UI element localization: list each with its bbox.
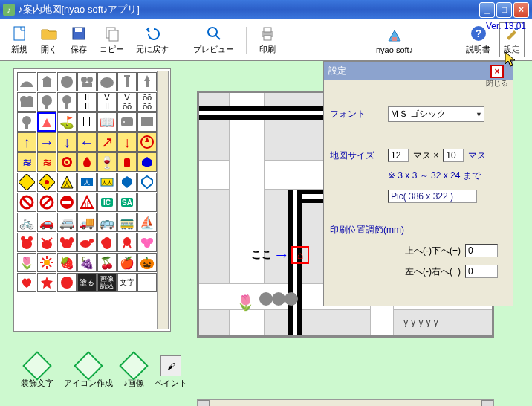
palette-cell[interactable]: ⛵ xyxy=(137,213,157,232)
palette-cell[interactable] xyxy=(17,112,36,132)
mapsize-width-input[interactable] xyxy=(388,149,409,162)
print-voffset-input[interactable] xyxy=(465,244,498,257)
palette-cell[interactable] xyxy=(57,92,77,112)
palette-cell[interactable] xyxy=(57,233,77,252)
palette-cell[interactable]: 🍒 xyxy=(97,253,117,272)
palette-cell[interactable] xyxy=(137,273,157,292)
palette-cell[interactable]: ōōōō xyxy=(137,92,157,112)
palette-cell[interactable]: ↓ xyxy=(117,132,137,152)
palette-cell[interactable] xyxy=(37,273,56,292)
maximize-button[interactable]: □ xyxy=(496,2,512,18)
iconmake-button[interactable]: アイコン作成 xyxy=(64,355,113,389)
palette-cell[interactable] xyxy=(57,152,77,172)
palette-cell[interactable] xyxy=(17,72,36,91)
palette-cell[interactable]: 🚃 xyxy=(117,213,137,232)
palette-cell[interactable] xyxy=(137,173,157,192)
palette-cell[interactable] xyxy=(17,92,36,112)
print-hoffset-input[interactable] xyxy=(465,265,498,278)
palette-cell[interactable] xyxy=(17,273,36,292)
palette-cell[interactable] xyxy=(117,152,137,172)
palette-cell[interactable]: 🌷 xyxy=(17,253,36,272)
palette-cell[interactable]: VII xyxy=(97,92,117,112)
palette-cell[interactable]: 🚲 xyxy=(17,213,36,232)
image-button[interactable]: ♪画像 xyxy=(123,355,144,389)
palette-cell[interactable] xyxy=(117,72,137,91)
map-hscroll[interactable] xyxy=(197,399,494,406)
palette-cell[interactable] xyxy=(37,92,56,112)
palette-cell[interactable]: 🍎 xyxy=(117,253,137,272)
palette-cell[interactable] xyxy=(117,112,137,132)
palette-cell[interactable]: ↑ xyxy=(17,132,36,152)
palette-cell[interactable] xyxy=(137,152,157,172)
palette-cell[interactable]: ↗ xyxy=(97,132,117,152)
palette-cell[interactable] xyxy=(37,233,56,252)
minimize-button[interactable]: _ xyxy=(479,2,495,18)
palette-cell[interactable] xyxy=(137,132,157,152)
palette-cell[interactable]: ← xyxy=(77,132,97,152)
palette-cell[interactable] xyxy=(17,233,36,252)
copy-button[interactable]: コピー xyxy=(97,23,127,57)
palette-cell[interactable] xyxy=(137,233,157,252)
palette-cell[interactable] xyxy=(97,72,117,91)
palette-cell[interactable] xyxy=(37,193,56,212)
palette-cell[interactable] xyxy=(77,233,97,252)
palette-scrollbar[interactable] xyxy=(157,71,169,329)
palette-cell[interactable] xyxy=(57,193,77,212)
palette-cell[interactable] xyxy=(17,173,36,192)
palette-cell[interactable] xyxy=(117,233,137,252)
palette-cell[interactable]: 人人 xyxy=(97,173,117,192)
paint-button[interactable]: 🖌ペイント xyxy=(155,355,187,389)
palette-cell[interactable]: ⛳ xyxy=(57,112,77,132)
palette-cell[interactable]: 🎃 xyxy=(137,253,157,272)
palette-cell[interactable]: SA xyxy=(117,193,137,212)
palette-cell[interactable]: ↓ xyxy=(57,132,77,152)
undo-button[interactable]: 元に戻す xyxy=(133,23,172,57)
palette-cell[interactable] xyxy=(37,173,56,192)
palette-cell[interactable]: 🚐 xyxy=(57,213,77,232)
palette-cell[interactable]: ≋ xyxy=(37,152,56,172)
palette-cell[interactable]: 止 xyxy=(77,193,97,212)
palette-cell[interactable] xyxy=(137,193,157,212)
palette-cell[interactable]: 🚌 xyxy=(97,213,117,232)
palette-cell[interactable]: 🚚 xyxy=(77,213,97,232)
palette-cell[interactable] xyxy=(137,72,157,91)
palette-cell[interactable]: 🍇 xyxy=(77,253,97,272)
palette-cell[interactable]: 🍷 xyxy=(97,152,117,172)
decotext-button[interactable]: 装飾文字 xyxy=(21,355,53,389)
palette-cell[interactable] xyxy=(137,112,157,132)
palette-cell[interactable]: 人 xyxy=(57,173,77,192)
palette-cell[interactable]: 📖 xyxy=(97,112,117,132)
palette-cell[interactable] xyxy=(97,233,117,252)
palette-cell[interactable] xyxy=(77,152,97,172)
mapsize-height-input[interactable] xyxy=(443,149,464,162)
palette-cell[interactable] xyxy=(17,193,36,212)
palette-cell[interactable]: ≋ xyxy=(17,152,36,172)
font-select[interactable]: ＭＳ ゴシック xyxy=(388,106,484,122)
palette-cell[interactable] xyxy=(37,72,56,91)
palette-text[interactable]: 文字 xyxy=(117,273,137,292)
nyao-link-button[interactable]: nyao soft♪ xyxy=(373,25,416,56)
palette-cell[interactable] xyxy=(57,72,77,91)
palette-cell[interactable]: IC xyxy=(97,193,117,212)
open-button[interactable]: 開く xyxy=(37,23,61,57)
palette-cell-selected[interactable] xyxy=(37,112,56,132)
palette-cell[interactable] xyxy=(57,273,77,292)
new-button[interactable]: 新規 xyxy=(7,23,31,57)
palette-cell[interactable]: ⛩ xyxy=(77,112,97,132)
palette-cell[interactable]: Vōō xyxy=(117,92,137,112)
palette-cell[interactable] xyxy=(117,173,137,192)
palette-cell[interactable]: → xyxy=(37,132,56,152)
print-button[interactable]: 印刷 xyxy=(256,23,279,57)
palette-cell[interactable]: 🍓 xyxy=(57,253,77,272)
palette-cell[interactable]: IIII xyxy=(77,92,97,112)
palette-cell[interactable] xyxy=(77,72,97,91)
close-button[interactable]: × xyxy=(513,2,529,18)
palette-imgload[interactable]: 画像 読込 xyxy=(97,273,117,292)
palette-paint[interactable]: 塗る xyxy=(77,273,97,292)
palette-cell[interactable]: 🚗 xyxy=(37,213,56,232)
preview-button[interactable]: プレビュー xyxy=(190,23,237,57)
settings-close-button[interactable]: × 閉じる xyxy=(486,65,508,88)
save-button[interactable]: 保存 xyxy=(67,23,91,57)
palette-cell[interactable] xyxy=(37,253,56,272)
palette-cell[interactable]: 人 xyxy=(77,173,97,192)
